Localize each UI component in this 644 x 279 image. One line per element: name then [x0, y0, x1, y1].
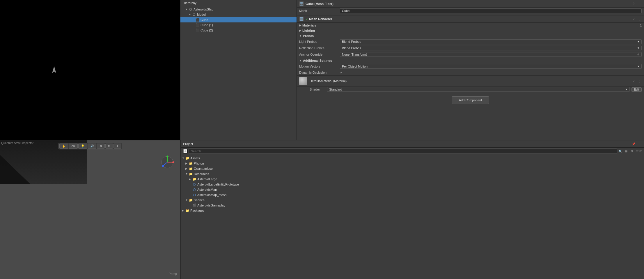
grid-btn[interactable]: ⊞ — [105, 144, 113, 149]
material-row: Default-Material (Material) ? ⋮ — [297, 76, 644, 86]
mesh-value-box[interactable]: Cube — [340, 8, 642, 13]
shader-dropdown[interactable]: Standard ▼ — [327, 87, 630, 92]
tree-item-asteroidsship[interactable]: ▼ ⬡ AsteroidsShip — [180, 7, 297, 12]
tree-item-cube1[interactable]: ⬛ Cube (1) — [180, 22, 297, 28]
light-btn[interactable]: 💡 — [78, 144, 87, 149]
svg-point-38 — [166, 156, 168, 157]
lighting-label: Lighting — [302, 29, 315, 32]
asset-icon-asteroidsmap: ⬡ — [192, 188, 196, 192]
folder-icon-resources: 📁 — [189, 172, 193, 176]
mesh-filter-icon — [299, 1, 304, 6]
project-asteroidsmeshmesh[interactable]: ⬡ AsteroidsMap_mesh — [181, 192, 644, 197]
arrow-scenes: ▼ — [185, 199, 189, 202]
folder-icon-photon: 📁 — [189, 161, 193, 165]
reflection-probes-dropdown[interactable]: Blend Probes ▼ — [340, 46, 642, 50]
arrow-model: ▼ — [189, 13, 192, 16]
arrow-asteroidlarge: ▶ — [189, 178, 192, 181]
gameobj-icon-model: ⬡ — [192, 13, 196, 17]
dropdown-arrow-reflection-probes: ▼ — [637, 47, 640, 50]
anchor-override-label: Anchor Override — [299, 53, 340, 56]
dynamic-occlusion-check[interactable]: ✓ — [340, 70, 343, 75]
project-add-btn[interactable]: + — [183, 149, 188, 153]
2d-toggle-btn[interactable]: 2D — [69, 144, 78, 149]
material-more-btn[interactable]: ⋮ — [637, 79, 642, 83]
folder-icon-quantumuser: 📁 — [189, 167, 193, 171]
label-quantumuser: QuantumUser — [194, 167, 214, 170]
mesh-filter-help-btn[interactable]: ? — [631, 1, 636, 6]
arrow-resources: ▼ — [185, 172, 189, 175]
project-asteroidsgameplay[interactable]: 🎬 AsteroidsGameplay — [181, 203, 644, 208]
assets-arrow: ▼ — [182, 157, 185, 160]
navigation-gizmo — [160, 155, 175, 169]
probes-section: ▼ Probes Light Probes Blend Probes ▼ Ref… — [297, 33, 644, 58]
label-packages: Packages — [190, 209, 204, 212]
reflection-probes-row: Reflection Probes Blend Probes ▼ — [297, 45, 644, 51]
fx-btn[interactable]: ✦ — [113, 144, 121, 149]
arrow-packages: ▶ — [182, 209, 185, 212]
project-resources[interactable]: ▼ 📁 Resources — [181, 171, 644, 176]
project-search-input[interactable] — [189, 149, 617, 154]
gizmo-btn[interactable]: ⚙ — [97, 144, 105, 149]
label-photon: Photon — [194, 162, 204, 165]
project-asteroidlarge[interactable]: ▶ 📁 AsteroidLarge — [181, 176, 644, 182]
lighting-section-header[interactable]: ▶ Lighting — [297, 28, 644, 33]
project-photon[interactable]: ▶ 📁 Photon — [181, 161, 644, 166]
project-view-btn[interactable]: ⊞ — [624, 149, 629, 153]
mesh-filter-header: Cube (Mesh Filter) ? ⋮ — [297, 0, 644, 8]
mesh-renderer-header: ✓ Mesh Renderer ? ⋮ — [297, 15, 644, 23]
scene-3d-view[interactable]: Quantum State Inspector ✋ 2D 💡 🔊 ⚙ ⊞ ✦ P… — [0, 140, 180, 279]
scene-view-top — [0, 0, 180, 140]
project-settings-btn[interactable]: ⚙ — [630, 149, 634, 153]
mesh-renderer-help-btn[interactable]: ? — [631, 17, 636, 21]
additional-settings-header[interactable]: ▼ Additional Settings — [297, 58, 644, 63]
quantum-state-inspector-label: Quantum State Inspector — [1, 142, 33, 145]
project-pin-btn[interactable]: 📌 — [631, 142, 636, 146]
audio-btn[interactable]: 🔊 — [88, 144, 96, 149]
tree-item-cube[interactable]: ⬛ Cube — [180, 17, 297, 22]
dropdown-arrow-light-probes: ▼ — [637, 40, 640, 43]
project-quantumuser[interactable]: ▶ 📁 QuantumUser — [181, 166, 644, 171]
asset-icon-asteroidlargeentity: ⬡ — [192, 182, 196, 186]
project-scenes[interactable]: ▼ 📁 Scenes — [181, 197, 644, 203]
shader-edit-btn[interactable]: Edit — [631, 87, 642, 92]
project-asteroidlargeentity[interactable]: ⬡ AsteroidLargeEntityPrototype — [181, 182, 644, 187]
project-more-btn[interactable]: ⋮ — [637, 142, 642, 146]
project-packages[interactable]: ▶ 📁 Packages — [181, 208, 644, 213]
anchor-override-dropdown[interactable]: None (Transform) ⊙ — [340, 52, 642, 57]
hierarchy-content[interactable]: ▼ ⬡ AsteroidsShip ▼ ⬡ Model ⬛ Cube ⬛ Cub… — [180, 6, 297, 140]
folder-icon-packages: 📁 — [185, 209, 189, 213]
search-icon[interactable]: 🔍 — [618, 149, 623, 153]
lighting-arrow: ▶ — [299, 29, 301, 32]
materials-section-header[interactable]: ▶ Materials 1 — [297, 23, 644, 28]
project-content[interactable]: ▼ 📁 Assets ▶ 📁 Photon ▶ 📁 QuantumUser ▼ … — [181, 155, 644, 279]
material-help-btn[interactable]: ? — [631, 79, 636, 83]
arrow-photon: ▶ — [185, 162, 189, 165]
tree-item-cube2[interactable]: ⬛ Cube (2) — [180, 28, 297, 33]
probes-section-header[interactable]: ▼ Probes — [297, 33, 644, 38]
materials-label: Materials — [302, 24, 316, 27]
tree-label-cube: Cube — [201, 18, 208, 22]
motion-vectors-row: Motion Vectors Per Object Motion ▼ — [297, 63, 644, 70]
hand-tool-btn[interactable]: ✋ — [59, 144, 68, 149]
shader-label: Shader — [310, 88, 327, 91]
motion-vectors-dropdown[interactable]: Per Object Motion ▼ — [340, 64, 642, 69]
dynamic-occlusion-row: Dynamic Occlusion ✓ — [297, 70, 644, 75]
project-asteroidsmap[interactable]: ⬡ AsteroidsMap — [181, 187, 644, 192]
tree-item-model[interactable]: ▼ ⬡ Model — [180, 12, 297, 17]
anchor-override-target-btn[interactable]: ⊙ — [637, 53, 640, 56]
cube-icon-cube1: ⬛ — [196, 23, 200, 27]
mesh-renderer-enabled[interactable]: ✓ — [306, 17, 308, 21]
svg-point-42 — [162, 165, 164, 167]
mesh-label: Mesh — [299, 9, 340, 13]
hierarchy-panel: Hierarchy ▼ ⬡ AsteroidsShip ▼ ⬡ Model ⬛ … — [180, 0, 297, 140]
tree-label-asteroidsship: AsteroidsShip — [194, 8, 213, 11]
label-asteroidlargeentity: AsteroidLargeEntityPrototype — [197, 183, 239, 186]
mesh-renderer-more-btn[interactable]: ⋮ — [637, 17, 642, 21]
mesh-filter-more-btn[interactable]: ⋮ — [637, 1, 642, 6]
add-component-button[interactable]: Add Component — [452, 96, 489, 104]
assets-root[interactable]: ▼ 📁 Assets — [181, 156, 644, 161]
materials-count: 1 — [640, 24, 642, 27]
project-panel: Project 📌 ⋮ + 🔍 ⊞ ⚙ ⦿22 ▼ 📁 Assets ▶ — [180, 140, 644, 279]
svg-point-40 — [172, 161, 174, 163]
light-probes-dropdown[interactable]: Blend Probes ▼ — [340, 39, 642, 44]
